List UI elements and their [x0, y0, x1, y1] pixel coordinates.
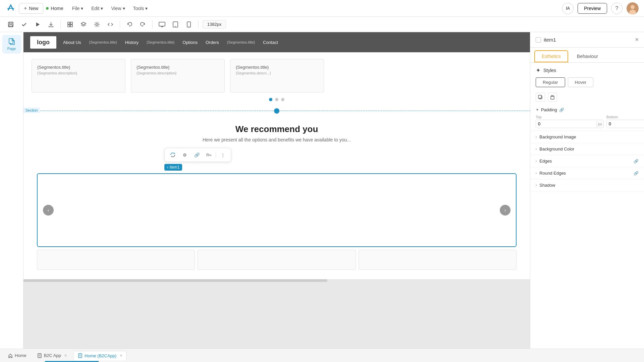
styles-header: ✦ Styles — [536, 67, 639, 74]
round-edges-section[interactable]: › Round Edges 🔗 — [530, 167, 644, 179]
page-label: Home — [51, 6, 63, 11]
float-btn-link[interactable]: 🔗 — [192, 149, 202, 160]
tablet-view[interactable] — [170, 19, 181, 30]
carousel-slide-1: {Segmentos.title} {Segmentos.description… — [32, 59, 125, 93]
tab-b2c-close-button[interactable]: × — [64, 353, 67, 358]
nav-link-seg1: {Segmentos.title} — [89, 40, 117, 44]
mobile-view[interactable] — [183, 19, 194, 30]
divider-3 — [152, 20, 153, 28]
slider-next-button[interactable]: › — [500, 205, 511, 216]
ia-button[interactable]: IA — [562, 3, 574, 14]
tab-home-b2capp[interactable]: Home (B2CApp) × — [73, 351, 126, 360]
nav-link-seg3: {Segmentos.title} — [227, 40, 255, 44]
help-button[interactable]: ? — [611, 3, 623, 14]
tab-home-b2capp-close-button[interactable]: × — [120, 353, 122, 358]
sidebar-item-label: Page — [7, 47, 16, 51]
px-display: 1382px — [203, 20, 226, 28]
styles-icon: ✦ — [536, 67, 541, 74]
bottom-card-3 — [359, 250, 517, 270]
copy-button[interactable] — [536, 93, 545, 102]
nav-link-history[interactable]: History — [125, 40, 139, 45]
nav-link-contact[interactable]: Contact — [263, 40, 278, 45]
tab-b2c-app[interactable]: B2C App × — [33, 351, 71, 360]
menu-tools[interactable]: Tools ▾ — [130, 4, 151, 13]
grid-button[interactable] — [65, 19, 75, 30]
float-btn-more[interactable]: ⋮ — [217, 149, 228, 160]
svg-point-16 — [189, 26, 189, 26]
undo-button[interactable] — [124, 19, 135, 30]
preview-button[interactable]: Preview — [578, 3, 607, 14]
float-btn-refresh[interactable] — [167, 149, 178, 160]
divider-4 — [198, 20, 199, 28]
menu-file[interactable]: File ▾ — [69, 4, 87, 13]
svg-rect-21 — [551, 96, 553, 97]
check-button[interactable] — [19, 19, 30, 30]
svg-rect-23 — [78, 354, 82, 358]
nav-link-seg2: {Segmentos.title} — [147, 40, 174, 44]
svg-rect-22 — [38, 354, 41, 358]
bg-color-chevron-icon: › — [536, 147, 537, 151]
bottom-tab-bar: Home B2C App × Home (B2CApp) × — [0, 349, 644, 362]
edges-chevron-icon: › — [536, 159, 537, 163]
nav-link-about[interactable]: About Us — [63, 40, 81, 45]
dot-3[interactable] — [281, 98, 284, 101]
bottom-card-1 — [37, 250, 195, 270]
code-button[interactable] — [105, 19, 116, 30]
float-btn-settings[interactable]: ⚙ — [179, 149, 190, 160]
float-toolbar: ⚙ 🔗 R∞ ⋮ — [164, 148, 231, 162]
shadow-section[interactable]: › Shadow — [530, 179, 644, 191]
section-divider: Section — [23, 111, 530, 117]
layers-button[interactable] — [78, 19, 89, 30]
dot-2[interactable] — [275, 98, 278, 101]
paste-button[interactable] — [548, 93, 557, 102]
save-button[interactable] — [5, 19, 16, 30]
app-logo — [5, 2, 16, 14]
tab-esthetics[interactable]: Esthetics — [534, 50, 568, 62]
export-button[interactable] — [46, 19, 56, 30]
svg-rect-10 — [70, 25, 72, 27]
style-hover-button[interactable]: Hover — [568, 77, 594, 87]
user-avatar[interactable] — [627, 2, 639, 14]
menu-view[interactable]: View ▾ — [108, 4, 128, 13]
float-btn-rx[interactable]: R∞ — [204, 149, 214, 160]
new-button[interactable]: + New — [19, 3, 43, 14]
padding-chevron-icon: ▼ — [536, 108, 539, 112]
panel-close-button[interactable]: × — [635, 36, 639, 43]
panel-tabs: Esthetics Behaviour — [530, 48, 644, 63]
sidebar-item-page[interactable]: Page — [2, 35, 21, 54]
background-color-section[interactable]: › Background Color — [530, 143, 644, 155]
play-button[interactable] — [32, 19, 43, 30]
h-scrollbar[interactable] — [23, 279, 530, 282]
canvas-area[interactable]: logo About Us {Segmentos.title} History … — [23, 32, 530, 349]
divider-1 — [60, 20, 61, 28]
background-image-section[interactable]: › Background Image — [530, 131, 644, 143]
h-scrollbar-thumb[interactable] — [23, 279, 327, 282]
menu-edit[interactable]: Edit ▾ — [88, 4, 106, 13]
top-menu: File ▾ Edit ▾ View ▾ Tools ▾ — [69, 4, 151, 13]
top-bar: + New Home File ▾ Edit ▾ View ▾ Tools ▾ … — [0, 0, 644, 17]
top-bar-right: IA Preview ? — [562, 2, 639, 14]
svg-rect-9 — [68, 25, 70, 27]
styles-section: ✦ Styles Regular Hover — [530, 63, 644, 91]
padding-link-icon: 🔗 — [559, 108, 564, 112]
nav-link-options[interactable]: Options — [182, 40, 198, 45]
edges-section[interactable]: › Edges 🔗 — [530, 155, 644, 167]
desktop-view[interactable] — [157, 19, 167, 30]
padding-grid: Top px Bottom px Left — [536, 115, 639, 128]
edges-link-icon: 🔗 — [634, 159, 639, 164]
padding-bottom-input[interactable] — [607, 120, 644, 128]
padding-top-input[interactable] — [536, 120, 596, 128]
settings-button[interactable] — [92, 19, 102, 30]
slider-prev-button[interactable]: ‹ — [43, 205, 54, 216]
dot-1[interactable] — [269, 98, 272, 101]
svg-rect-4 — [9, 22, 12, 24]
tab-behaviour[interactable]: Behaviour — [570, 50, 605, 62]
nav-link-orders[interactable]: Orders — [206, 40, 219, 45]
tab-home[interactable]: Home — [4, 351, 31, 360]
style-regular-button[interactable]: Regular — [536, 77, 565, 87]
redo-button[interactable] — [138, 19, 148, 30]
item-checkbox[interactable] — [536, 37, 541, 43]
padding-header[interactable]: ▼ Padding 🔗 — [536, 107, 639, 112]
left-sidebar: Page — [0, 32, 23, 349]
page-canvas: logo About Us {Segmentos.title} History … — [23, 32, 530, 279]
